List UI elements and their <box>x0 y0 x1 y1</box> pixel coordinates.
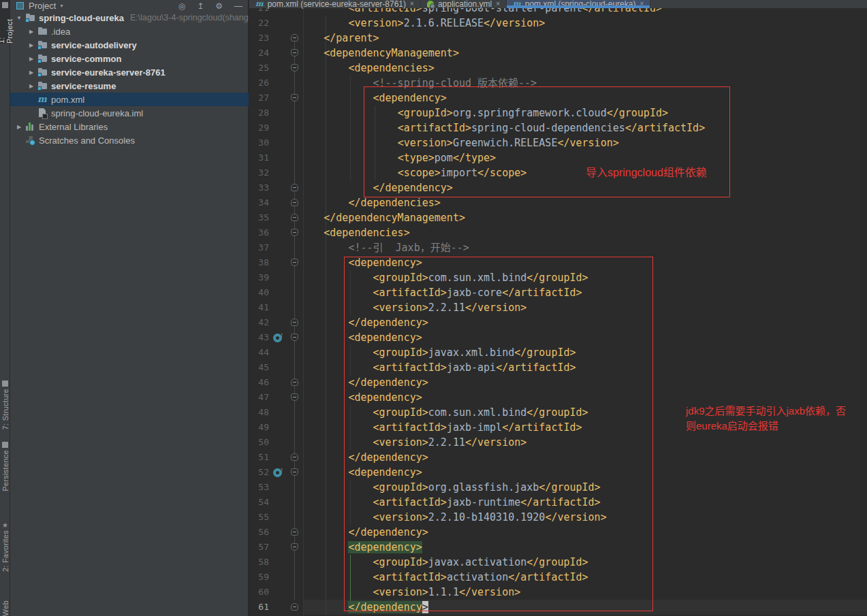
code-line-54[interactable]: <artifactId>jaxb-runtime</artifactId> <box>274 495 601 510</box>
code-line-44[interactable]: <groupId>javax.xml.bind</groupId> <box>274 345 576 360</box>
tool-window-button-web[interactable]: Web <box>0 596 10 616</box>
chevron-down-icon[interactable]: ▾ <box>60 3 63 9</box>
tool-window-button-persistence[interactable]: Persistence <box>0 440 10 505</box>
code-line-29[interactable]: <artifactId>spring-cloud-dependencies</a… <box>274 120 705 135</box>
code-line-22[interactable]: <version>2.1.6.RELEASE</version> <box>274 16 545 31</box>
tree-item-service-common[interactable]: ▶service-common <box>10 52 249 65</box>
tree-item-scratches-and-consoles[interactable]: Scratches and Consoles <box>10 133 249 147</box>
libraries-icon <box>25 122 36 131</box>
chevron-right-icon[interactable]: ▶ <box>25 29 37 35</box>
line-number: 37 <box>249 240 269 255</box>
module-folder-icon <box>37 81 48 91</box>
maven-file-icon: m <box>37 95 48 104</box>
line-number: 44 <box>249 345 269 360</box>
close-icon[interactable]: × <box>410 0 414 8</box>
tool-window-button----structure[interactable]: 7: Structure <box>0 378 10 433</box>
line-number: 52 <box>249 465 269 480</box>
fold-open-icon[interactable] <box>291 229 298 236</box>
tool-window-button----favorites[interactable]: ★2: Favorites <box>0 520 10 580</box>
line-number: 39 <box>249 270 269 285</box>
tree-item-pom-xml[interactable]: mpom.xml <box>10 93 249 106</box>
fold-open-icon[interactable] <box>291 393 298 401</box>
fold-close-icon[interactable] <box>291 378 298 386</box>
code-line-45[interactable]: <artifactId>jaxb-api</artifactId> <box>274 360 576 375</box>
tree-item--idea[interactable]: ▶.idea <box>10 25 249 38</box>
fold-close-icon[interactable] <box>291 319 298 326</box>
line-number: 55 <box>249 510 269 525</box>
editor[interactable]: 2122232425262728293031323334353637383940… <box>249 0 867 616</box>
code-line-48[interactable]: <groupId>com.sun.xml.bind</groupId> <box>274 405 588 420</box>
hide-panel-icon[interactable]: — <box>234 1 242 11</box>
fold-close-icon[interactable] <box>291 528 298 536</box>
settings-gear-icon[interactable]: ⚙ <box>215 1 223 11</box>
text-cursor: > <box>422 601 428 613</box>
tree-item-external-libraries[interactable]: ▶External Libraries <box>10 120 249 133</box>
fold-open-icon[interactable] <box>291 259 298 266</box>
dependency-navigate-icon[interactable] <box>273 334 282 342</box>
fold-close-icon[interactable] <box>291 603 298 611</box>
fold-open-icon[interactable] <box>291 64 298 71</box>
fold-open-icon[interactable] <box>291 543 298 551</box>
tree-item-spring-cloud-eureka[interactable]: ▼spring-cloud-eurekaE:\lagou\3-4-springc… <box>10 11 249 25</box>
code-line-25[interactable]: <dependencies> <box>274 61 435 76</box>
fold-open-icon[interactable] <box>291 468 298 476</box>
line-number: 58 <box>249 555 269 570</box>
chevron-right-icon[interactable]: ▶ <box>25 56 37 62</box>
code-line-32[interactable]: <scope>import</scope> <box>274 165 526 180</box>
chevron-right-icon[interactable]: ▶ <box>13 124 25 130</box>
code-line-58[interactable]: <groupId>javax.activation</groupId> <box>274 555 588 570</box>
fold-open-icon[interactable] <box>291 49 298 56</box>
chevron-right-icon[interactable]: ▶ <box>25 83 37 89</box>
tree-item-service-autodelivery[interactable]: ▶service-autodelivery <box>10 38 249 52</box>
code-line-55[interactable]: <version>2.2.10-b140310.1920</version> <box>274 510 607 525</box>
chevron-right-icon[interactable]: ▶ <box>25 42 37 48</box>
tree-item-label: External Libraries <box>39 122 108 132</box>
fold-close-icon[interactable] <box>291 199 298 206</box>
code-line-31[interactable]: <type>pom</type> <box>274 150 496 165</box>
code-line-53[interactable]: <groupId>org.glassfish.jaxb</groupId> <box>274 480 601 495</box>
collapse-all-icon[interactable]: ↥ <box>197 1 204 11</box>
code-line-59[interactable]: <artifactId>activation</artifactId> <box>274 570 588 585</box>
fold-close-icon[interactable] <box>291 214 298 221</box>
fold-close-icon[interactable] <box>291 34 298 42</box>
code-line-33[interactable]: </dependency> <box>274 180 453 195</box>
code-line-24[interactable]: <dependencyManagement> <box>274 46 459 61</box>
fold-close-icon[interactable] <box>291 453 298 461</box>
line-number: 29 <box>249 120 269 135</box>
code-line-49[interactable]: <artifactId>jaxb-impl</artifactId> <box>274 420 582 435</box>
code-line-28[interactable]: <groupId>org.springframework.cloud</grou… <box>274 106 668 120</box>
code-line-30[interactable]: <version>Greenwich.RELEASE</version> <box>274 135 619 150</box>
line-number: 36 <box>249 225 269 240</box>
editor-tab[interactable]: mpom.xml (spring-cloud-eureka)× <box>507 0 650 8</box>
tree-item-service-eureka-server-8761[interactable]: ▶service-eureka-server-8761 <box>10 65 249 79</box>
fold-close-icon[interactable] <box>291 184 298 191</box>
fold-open-icon[interactable] <box>291 334 298 341</box>
code-line-37[interactable]: <!--引 Jaxb，开始--> <box>274 240 469 255</box>
tree-item-label: service-common <box>51 54 121 64</box>
code-line-50[interactable]: <version>2.2.11</version> <box>274 435 526 450</box>
chevron-right-icon[interactable]: ▶ <box>25 69 37 76</box>
code-line-34[interactable]: </dependencies> <box>274 195 441 210</box>
code-line-26[interactable]: <!--spring-cloud 版本依赖--> <box>274 76 537 91</box>
tool-window-button----project[interactable]: 1: Project <box>0 0 10 44</box>
locate-icon[interactable]: ◎ <box>178 1 185 11</box>
chevron-down-icon[interactable]: ▼ <box>13 15 25 21</box>
code-line-40[interactable]: <artifactId>jaxb-core</artifactId> <box>274 285 582 300</box>
close-icon[interactable]: × <box>496 0 500 8</box>
code-line-60[interactable]: <version>1.1.1</version> <box>274 585 520 600</box>
code-line-35[interactable]: </dependencyManagement> <box>274 210 465 225</box>
code-line-39[interactable]: <groupId>com.sun.xml.bind</groupId> <box>274 270 588 285</box>
panel-header-actions: ◎ ↥ ⚙ — <box>178 1 242 11</box>
line-number: 59 <box>249 570 269 585</box>
project-panel: Project ▾ ◎ ↥ ⚙ — ▼spring-cloud-eurekaE:… <box>10 0 249 616</box>
code-line-41[interactable]: <version>2.2.11</version> <box>274 300 526 315</box>
code-line-27[interactable]: <dependency> <box>274 91 447 106</box>
close-icon[interactable]: × <box>640 0 644 8</box>
tree-item-spring-cloud-eureka-iml[interactable]: spring-cloud-eureka.iml <box>10 106 249 120</box>
editor-tab[interactable]: mpom.xml (service-eureka-server-8761)× <box>249 0 421 8</box>
annotation-label-jaxb: jdk9之后需要手动引入jaxb依赖，否 则eureka启动会报错 <box>686 404 846 434</box>
editor-tab[interactable]: application.yml× <box>421 0 507 8</box>
fold-open-icon[interactable] <box>291 94 298 101</box>
tree-item-service-resume[interactable]: ▶service-resume <box>10 79 249 93</box>
dependency-navigate-icon[interactable] <box>273 468 282 477</box>
